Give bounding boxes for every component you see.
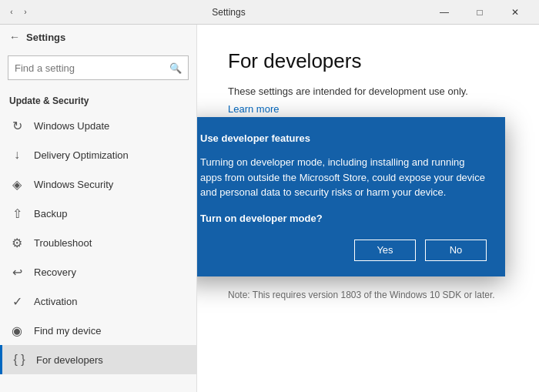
dialog-no-button[interactable]: No: [425, 240, 487, 261]
activation-icon: ✓: [9, 294, 25, 309]
close-button[interactable]: ✕: [497, 0, 533, 25]
update-icon: ↻: [9, 119, 25, 133]
sidebar-item-label: Windows Update: [34, 120, 109, 132]
sidebar: ← Settings 🔍 Update & Security ↻ Windows…: [0, 25, 197, 392]
sidebar-item-for-developers[interactable]: { } For developers: [0, 345, 196, 374]
sidebar-item-find-my-device[interactable]: ◉ Find my device: [0, 316, 196, 345]
forward-button[interactable]: ›: [20, 7, 31, 18]
sidebar-item-label: Backup: [34, 208, 67, 219]
troubleshoot-icon: ⚙: [9, 236, 25, 250]
learn-more-link[interactable]: Learn more: [228, 103, 279, 115]
sidebar-item-activation[interactable]: ✓ Activation: [0, 286, 196, 316]
maximize-button[interactable]: □: [462, 0, 497, 25]
page-description: These settings are intended for developm…: [228, 85, 508, 97]
sidebar-item-delivery-optimization[interactable]: ↓ Delivery Optimization: [0, 140, 196, 169]
dialog-question: Turn on developer mode?: [200, 213, 487, 224]
title-bar: ‹ › Settings — □ ✕: [0, 0, 539, 25]
main-content: For developers These settings are intend…: [197, 25, 539, 392]
title-bar-controls: ‹ ›: [6, 7, 31, 18]
dialog-yes-button[interactable]: Yes: [354, 240, 416, 261]
sidebar-item-label: Windows Security: [34, 179, 113, 190]
developer-mode-dialog: Use developer features Turning on develo…: [197, 117, 505, 276]
sdk-note: Note: This requires version 1803 of the …: [228, 290, 508, 300]
minimize-button[interactable]: —: [427, 0, 462, 25]
dialog-buttons: Yes No: [200, 240, 487, 261]
sidebar-back-button[interactable]: ← Settings: [0, 25, 196, 49]
page-title: For developers: [228, 49, 508, 73]
back-icon: ←: [9, 31, 20, 43]
sidebar-item-label: Find my device: [34, 325, 101, 337]
delivery-icon: ↓: [9, 148, 25, 162]
search-box: 🔍: [8, 55, 189, 80]
shield-icon: ◈: [9, 177, 25, 192]
sidebar-item-recovery[interactable]: ↩ Recovery: [0, 257, 196, 286]
backup-icon: ⇧: [9, 206, 25, 221]
dialog-title: Use developer features: [200, 132, 487, 144]
dialog-body: Turning on developer mode, including ins…: [200, 155, 487, 200]
search-icon: 🔍: [169, 62, 182, 74]
sidebar-app-title: Settings: [26, 32, 65, 43]
sidebar-item-backup[interactable]: ⇧ Backup: [0, 199, 196, 228]
sidebar-item-label: Activation: [34, 296, 77, 307]
recovery-icon: ↩: [9, 265, 25, 280]
search-input[interactable]: [15, 62, 165, 74]
sidebar-item-windows-security[interactable]: ◈ Windows Security: [0, 169, 196, 199]
sidebar-item-troubleshoot[interactable]: ⚙ Troubleshoot: [0, 228, 196, 257]
sidebar-item-label: Troubleshoot: [34, 237, 92, 249]
sidebar-item-label: Recovery: [34, 266, 76, 278]
sidebar-item-windows-update[interactable]: ↻ Windows Update: [0, 111, 196, 140]
sidebar-section-title: Update & Security: [0, 86, 196, 111]
sidebar-item-label: Delivery Optimization: [34, 149, 129, 161]
app-container: ← Settings 🔍 Update & Security ↻ Windows…: [0, 25, 539, 392]
sidebar-item-label: For developers: [36, 354, 103, 366]
developer-icon: { }: [12, 353, 27, 367]
title-bar-title: Settings: [31, 7, 427, 18]
back-button[interactable]: ‹: [6, 7, 17, 18]
find-device-icon: ◉: [9, 323, 25, 338]
window-controls: — □ ✕: [427, 0, 533, 25]
